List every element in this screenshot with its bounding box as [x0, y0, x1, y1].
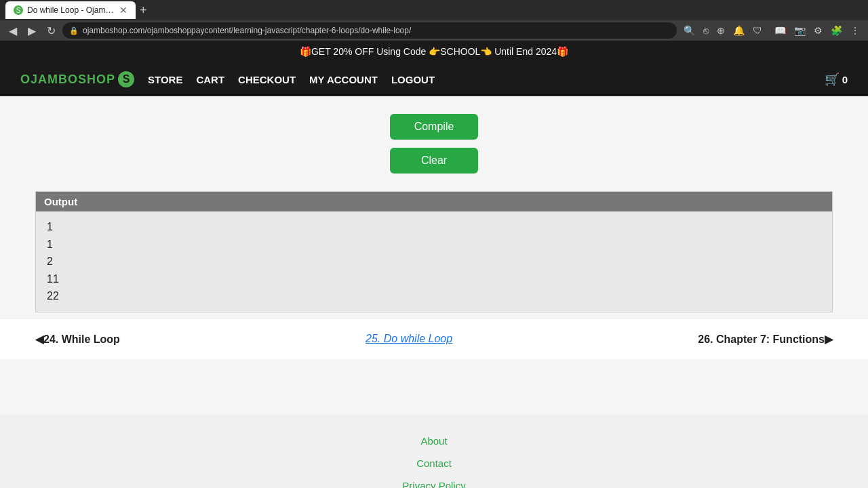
main-nav: OJAMBOSHOP S STORE CART CHECKOUT MY ACCO…: [0, 62, 868, 96]
back-button[interactable]: ◀: [5, 23, 20, 38]
nav-my-account[interactable]: MY ACCOUNT: [309, 74, 378, 85]
prev-page-link[interactable]: ◀24. While Loop: [35, 333, 120, 346]
footer-contact[interactable]: Contact: [416, 458, 452, 469]
output-line: 1: [47, 236, 821, 253]
output-body: 1121122: [36, 211, 832, 312]
output-line: 1: [47, 218, 821, 236]
clear-button[interactable]: Clear: [390, 148, 478, 174]
output-line: 2: [47, 253, 821, 270]
footer-privacy[interactable]: Privacy Policy: [402, 480, 465, 488]
lock-icon: 🔒: [69, 26, 79, 35]
browser-chrome: S Do while Loop - OjamboSh... ✕ + ◀ ▶ ↻ …: [0, 0, 868, 41]
tab-close-icon[interactable]: ✕: [119, 5, 127, 16]
footer: About Contact Privacy Policy Refund and …: [0, 415, 868, 488]
nav-cart[interactable]: CART: [196, 74, 224, 85]
tab-title: Do while Loop - OjamboSh...: [27, 5, 115, 15]
cart-icon: 🛒: [825, 72, 840, 87]
tab-favicon: S: [14, 5, 23, 15]
menu-icon[interactable]: ⋮: [848, 24, 863, 37]
nav-store[interactable]: STORE: [148, 74, 182, 85]
extension-icon[interactable]: 🛡: [750, 24, 765, 37]
reload-button[interactable]: ↻: [43, 23, 58, 38]
share-icon[interactable]: ⎋: [701, 24, 711, 37]
main-content: Compile Clear Output 1121122 ◀24. While …: [0, 96, 868, 415]
browser-action-icons: 🔍 ⎋ ⊕ 🔔 🛡: [681, 24, 765, 37]
output-header: Output: [36, 192, 832, 211]
settings-icon[interactable]: ⚙: [811, 24, 825, 37]
nav-cart-icon[interactable]: 🛒 0: [825, 72, 848, 87]
code-area: Compile Clear: [0, 96, 868, 184]
cart-count: 0: [842, 74, 848, 85]
extensions-icon[interactable]: 🧩: [828, 24, 845, 37]
browser-tab[interactable]: S Do while Loop - OjamboSh... ✕: [5, 1, 136, 19]
next-page-link[interactable]: 26. Chapter 7: Functions▶: [698, 333, 833, 346]
output-line: 11: [47, 270, 821, 288]
footer-about[interactable]: About: [420, 435, 447, 447]
nav-logout[interactable]: LOGOUT: [391, 74, 435, 85]
logo-s-badge: S: [118, 71, 134, 87]
browser-nav-bar: ◀ ▶ ↻ 🔒 ojamboshop.com/ojamboshoppaycont…: [0, 20, 868, 41]
browser-tab-bar: S Do while Loop - OjamboSh... ✕ +: [0, 0, 868, 20]
compile-button[interactable]: Compile: [390, 114, 478, 140]
promo-banner: 🎁GET 20% OFF Using Code 👉SCHOOL👈 Until E…: [0, 41, 868, 62]
output-section: Output 1121122: [35, 191, 833, 312]
rss-icon[interactable]: ⊕: [714, 24, 728, 37]
search-icon[interactable]: 🔍: [681, 24, 698, 37]
page-navigation: ◀24. While Loop 25. Do while Loop 26. Ch…: [0, 319, 868, 359]
logo-text: OJAMBOSHOP: [20, 73, 115, 87]
nav-links: STORE CART CHECKOUT MY ACCOUNT LOGOUT: [148, 74, 811, 85]
screenshot-icon[interactable]: 📷: [791, 24, 808, 37]
browser-controls: 📖 📷 ⚙ 🧩 ⋮: [772, 24, 863, 37]
reading-list-icon[interactable]: 📖: [772, 24, 789, 37]
address-bar[interactable]: 🔒 ojamboshop.com/ojamboshoppaycontent/le…: [62, 22, 677, 39]
current-page-link[interactable]: 25. Do while Loop: [366, 333, 452, 345]
new-tab-button[interactable]: +: [136, 3, 151, 18]
nav-checkout[interactable]: CHECKOUT: [238, 74, 296, 85]
address-url: ojamboshop.com/ojamboshoppaycontent/lear…: [83, 26, 411, 35]
forward-button[interactable]: ▶: [24, 23, 39, 38]
logo-link[interactable]: OJAMBOSHOP S: [20, 71, 134, 87]
output-line: 22: [47, 287, 821, 305]
promo-text: 🎁GET 20% OFF Using Code 👉SCHOOL👈 Until E…: [300, 46, 568, 57]
notification-icon[interactable]: 🔔: [730, 24, 747, 37]
